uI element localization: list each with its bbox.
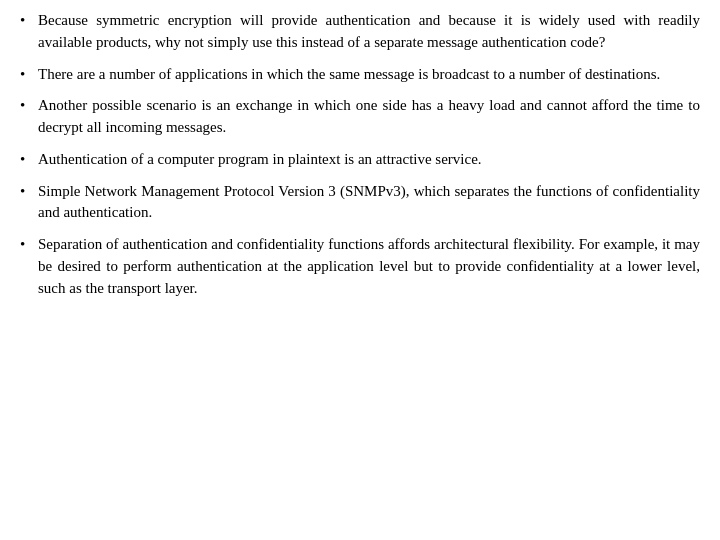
- bullet-symbol: •: [20, 181, 38, 203]
- list-item: •Simple Network Management Protocol Vers…: [20, 181, 700, 225]
- bullet-symbol: •: [20, 10, 38, 32]
- list-item: •Because symmetric encryption will provi…: [20, 10, 700, 54]
- list-item: •There are a number of applications in w…: [20, 64, 700, 86]
- bullet-text-4: Authentication of a computer program in …: [38, 149, 700, 171]
- bullet-text-3: Another possible scenario is an exchange…: [38, 95, 700, 139]
- list-item: •Another possible scenario is an exchang…: [20, 95, 700, 139]
- bullet-text-1: Because symmetric encryption will provid…: [38, 10, 700, 54]
- bullet-text-5: Simple Network Management Protocol Versi…: [38, 181, 700, 225]
- bullet-text-2: There are a number of applications in wh…: [38, 64, 700, 86]
- bullet-text-6: Separation of authentication and confide…: [38, 234, 700, 299]
- list-item: •Authentication of a computer program in…: [20, 149, 700, 171]
- bullet-list: •Because symmetric encryption will provi…: [20, 10, 700, 299]
- bullet-symbol: •: [20, 64, 38, 86]
- bullet-symbol: •: [20, 149, 38, 171]
- main-content: •Because symmetric encryption will provi…: [0, 0, 720, 319]
- bullet-symbol: •: [20, 234, 38, 256]
- bullet-symbol: •: [20, 95, 38, 117]
- list-item: •Separation of authentication and confid…: [20, 234, 700, 299]
